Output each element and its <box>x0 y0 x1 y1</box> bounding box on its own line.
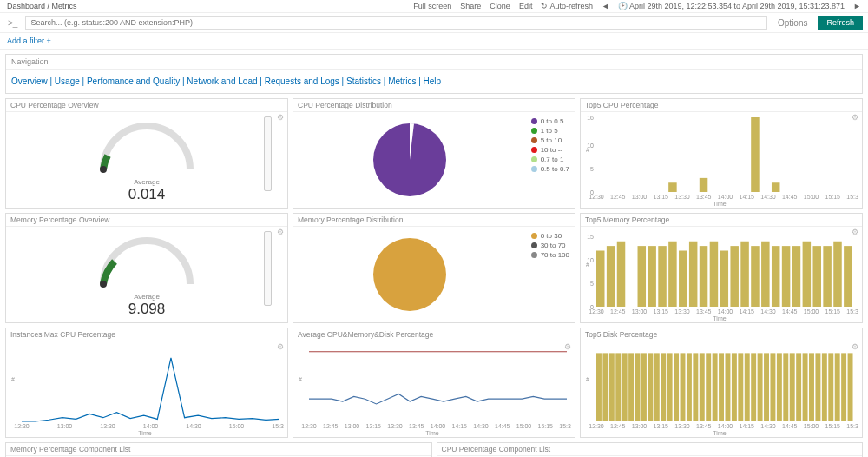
svg-rect-144 <box>777 353 782 421</box>
panel-title-avg-cmd: Average CPU&Memory&Disk Percentage <box>293 328 575 341</box>
svg-rect-58 <box>658 246 667 307</box>
svg-rect-54 <box>617 242 626 307</box>
svg-text:14:30: 14:30 <box>473 423 489 429</box>
autorefresh-link[interactable]: ↻ Auto-refresh <box>541 2 593 10</box>
svg-text:13:45: 13:45 <box>409 423 424 429</box>
svg-text:13:15: 13:15 <box>653 423 668 429</box>
panel-title-inst-max-cpu: Instances Max CPU Percentage <box>6 328 287 341</box>
svg-text:13:30: 13:30 <box>674 423 690 429</box>
svg-text:15:15: 15:15 <box>825 423 840 429</box>
mem-pie <box>366 231 453 318</box>
panel-title-top5-cpu: Top5 CPU Percentage <box>581 99 862 112</box>
svg-text:14:30: 14:30 <box>760 308 776 315</box>
svg-text:Time: Time <box>713 315 726 321</box>
svg-text:15:00: 15:00 <box>804 308 819 315</box>
svg-rect-67 <box>751 246 760 307</box>
nav-link[interactable]: Requests and Logs <box>265 76 339 86</box>
svg-text:13:00: 13:00 <box>632 308 648 315</box>
svg-text:14:45: 14:45 <box>495 423 510 429</box>
cpu-pie <box>366 116 453 203</box>
svg-text:13:00: 13:00 <box>632 194 648 200</box>
svg-text:13:30: 13:30 <box>674 308 690 315</box>
svg-text:14:00: 14:00 <box>431 423 446 429</box>
svg-rect-140 <box>751 353 756 421</box>
svg-text:14:15: 14:15 <box>739 308 754 315</box>
svg-text:15:30: 15:30 <box>559 423 571 429</box>
svg-rect-69 <box>772 246 780 307</box>
svg-rect-143 <box>770 353 775 421</box>
svg-text:#: # <box>586 376 589 382</box>
svg-rect-124 <box>648 353 653 421</box>
svg-rect-118 <box>609 353 615 421</box>
legend-cpu-dist: 0 to 0.51 to 55 to 1010 to --0.7 to 10.5… <box>526 112 575 208</box>
svg-rect-148 <box>803 353 808 421</box>
svg-rect-56 <box>638 246 647 307</box>
svg-text:15:00: 15:00 <box>516 423 532 429</box>
nav-link[interactable]: Overview <box>11 76 48 86</box>
share-link[interactable]: Share <box>460 2 481 10</box>
svg-rect-145 <box>783 353 788 421</box>
svg-text:13:15: 13:15 <box>653 308 668 315</box>
search-input[interactable] <box>25 16 767 30</box>
svg-rect-72 <box>803 242 812 307</box>
svg-rect-137 <box>732 353 737 421</box>
add-filter-link[interactable]: Add a filter + <box>0 33 868 50</box>
svg-text:13:15: 13:15 <box>653 194 668 200</box>
svg-rect-68 <box>761 242 770 307</box>
refresh-button[interactable]: Refresh <box>818 16 863 30</box>
svg-rect-138 <box>738 353 743 421</box>
svg-rect-76 <box>844 246 852 307</box>
svg-text:Time: Time <box>425 430 438 436</box>
svg-rect-146 <box>790 353 795 421</box>
time-prev-icon[interactable]: ◄ <box>602 2 609 10</box>
nav-link[interactable]: Usage <box>55 76 80 86</box>
svg-rect-125 <box>654 353 660 421</box>
svg-text:12:30: 12:30 <box>14 423 30 429</box>
svg-rect-116 <box>596 353 602 421</box>
svg-text:15:30: 15:30 <box>846 194 858 200</box>
svg-text:16: 16 <box>587 115 594 121</box>
query-lang-icon[interactable]: >_ <box>5 18 20 28</box>
svg-text:12:30: 12:30 <box>589 423 604 429</box>
time-next-icon[interactable]: ► <box>853 2 861 10</box>
svg-text:14:00: 14:00 <box>718 194 733 200</box>
svg-rect-155 <box>848 353 853 421</box>
svg-text:13:00: 13:00 <box>57 423 73 429</box>
svg-text:12:30: 12:30 <box>589 308 604 315</box>
avg-cmd-chart: 12:3012:4513:0013:1513:3013:4514:0014:15… <box>293 341 571 437</box>
svg-text:14:45: 14:45 <box>782 308 798 315</box>
nav-link[interactable]: Statistics <box>346 76 381 86</box>
cpu-gauge <box>82 117 212 178</box>
panel-title-mem-overview: Memory Percentage Overview <box>6 214 287 227</box>
nav-link[interactable]: Metrics <box>388 76 416 86</box>
time-range[interactable]: 🕑 April 29th 2019, 12:22:53.354 to April… <box>618 2 845 10</box>
svg-text:12:45: 12:45 <box>323 423 339 429</box>
nav-link[interactable]: Network and Load <box>187 76 257 86</box>
clone-link[interactable]: Clone <box>490 2 510 10</box>
svg-rect-21 <box>751 117 760 192</box>
nav-link[interactable]: Perfomance and Quality <box>87 76 180 86</box>
edit-link[interactable]: Edit <box>519 2 533 10</box>
svg-text:15:15: 15:15 <box>825 194 840 200</box>
svg-rect-66 <box>740 242 749 307</box>
svg-rect-73 <box>812 246 821 307</box>
svg-rect-152 <box>828 353 833 421</box>
svg-text:15:00: 15:00 <box>804 194 819 200</box>
fullscreen-link[interactable]: Full screen <box>413 2 451 10</box>
svg-text:13:45: 13:45 <box>696 308 712 315</box>
svg-text:13:45: 13:45 <box>696 423 712 429</box>
nav-link[interactable]: Help <box>424 76 442 86</box>
options-link[interactable]: Options <box>773 17 812 30</box>
svg-text:14:15: 14:15 <box>451 423 467 429</box>
svg-rect-13 <box>668 182 677 192</box>
svg-text:13:00: 13:00 <box>632 423 648 429</box>
svg-rect-154 <box>841 353 846 421</box>
svg-rect-130 <box>687 353 692 421</box>
svg-text:12:45: 12:45 <box>610 194 626 200</box>
svg-text:15:30: 15:30 <box>272 423 284 429</box>
svg-text:13:45: 13:45 <box>696 194 712 200</box>
svg-rect-128 <box>674 353 679 421</box>
svg-text:14:30: 14:30 <box>760 194 776 200</box>
svg-text:14:00: 14:00 <box>143 423 159 429</box>
svg-rect-23 <box>772 182 780 192</box>
